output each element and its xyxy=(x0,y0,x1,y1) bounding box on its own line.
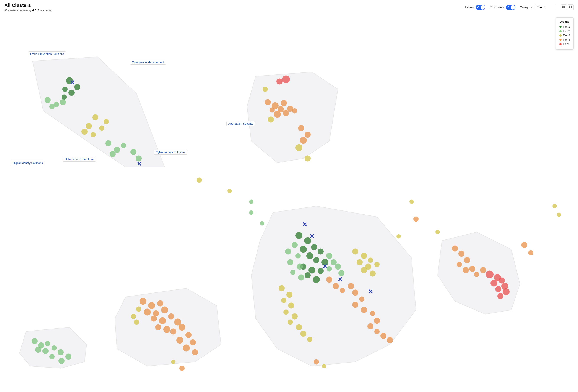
dot xyxy=(168,314,174,319)
legend-item-label: Tier 5 xyxy=(563,42,570,46)
customers-toggle-check: ✓ xyxy=(507,6,509,9)
dot xyxy=(503,288,510,295)
labels-toggle-check: ✓ xyxy=(477,6,479,9)
customers-toggle[interactable]: ✓ xyxy=(506,5,515,10)
centroid-x: × xyxy=(310,232,314,240)
dot xyxy=(326,253,332,259)
dot xyxy=(92,115,98,120)
dot xyxy=(326,277,332,283)
canvas-area[interactable]: × × xyxy=(0,14,578,390)
zoom-out-button[interactable] xyxy=(568,4,574,10)
dot xyxy=(359,297,364,302)
dot xyxy=(45,97,51,103)
dot xyxy=(295,144,302,151)
dot xyxy=(357,259,363,266)
dot xyxy=(276,78,283,85)
zoom-in-icon xyxy=(562,6,565,9)
dot xyxy=(45,341,50,346)
dot xyxy=(283,310,289,315)
dot xyxy=(367,323,374,329)
legend-dot xyxy=(559,30,562,32)
centroid-x: × xyxy=(137,159,142,168)
dot xyxy=(61,95,67,100)
dot xyxy=(292,108,297,114)
dot xyxy=(300,246,307,253)
dot xyxy=(313,257,319,263)
dot xyxy=(183,345,190,352)
category-control: Category: Tier ▼ xyxy=(520,4,556,10)
dot xyxy=(295,232,302,239)
header-right: Labels ✓ Customers ✓ Category: Tier ▼ xyxy=(465,4,574,10)
dot xyxy=(283,110,289,116)
dot xyxy=(130,149,137,155)
dot xyxy=(288,303,294,309)
dot xyxy=(287,259,293,266)
dot xyxy=(51,346,57,351)
dot xyxy=(144,309,151,316)
dot xyxy=(91,132,96,137)
compliance-management-polygon xyxy=(247,72,338,163)
dot xyxy=(291,314,298,319)
dot xyxy=(348,283,354,289)
dot xyxy=(352,290,358,296)
dot xyxy=(288,319,293,325)
dot xyxy=(121,143,126,148)
zoom-controls xyxy=(561,4,574,10)
dot xyxy=(352,249,358,255)
category-select-box[interactable]: Tier ▼ xyxy=(535,4,556,10)
labels-control: Labels ✓ xyxy=(465,5,485,10)
centroid-x: × xyxy=(323,262,327,271)
dot xyxy=(295,253,301,259)
dot xyxy=(457,262,462,267)
dot xyxy=(314,359,319,364)
dot xyxy=(281,100,287,106)
dot xyxy=(197,178,202,183)
dot xyxy=(463,267,469,273)
labels-toggle[interactable]: ✓ xyxy=(476,5,485,10)
dot xyxy=(306,252,313,259)
dot xyxy=(190,339,196,346)
dot xyxy=(374,262,380,267)
dot xyxy=(464,257,470,263)
dot xyxy=(335,264,341,270)
legend-dot xyxy=(559,34,562,37)
dot xyxy=(327,266,332,272)
dot xyxy=(134,319,139,325)
dot xyxy=(179,324,186,331)
dot xyxy=(300,137,307,144)
dot xyxy=(361,307,367,313)
zoom-in-button[interactable] xyxy=(561,4,567,10)
dot xyxy=(159,317,166,324)
dot xyxy=(151,316,157,322)
subtitle-prefix: 88 clusters containing xyxy=(4,9,32,12)
dot xyxy=(279,285,285,291)
legend-item: Tier 5 xyxy=(559,42,570,46)
dot xyxy=(435,230,440,234)
customers-label: Customers xyxy=(490,6,504,9)
dot xyxy=(374,329,380,334)
dot xyxy=(32,338,38,344)
dot xyxy=(86,123,92,129)
centroid-x: × xyxy=(70,78,75,87)
dot xyxy=(263,87,268,92)
legend-dot xyxy=(559,39,562,41)
dot xyxy=(298,125,304,131)
dot xyxy=(62,87,68,92)
dot xyxy=(370,311,375,316)
dot xyxy=(318,249,324,255)
dot xyxy=(270,108,275,113)
dot xyxy=(370,271,376,277)
dot xyxy=(495,286,501,292)
dot xyxy=(521,242,527,248)
dot xyxy=(497,293,503,299)
dot xyxy=(557,213,561,217)
dot xyxy=(340,288,345,293)
svg-line-1 xyxy=(564,8,565,9)
dot xyxy=(413,217,419,222)
legend-dot xyxy=(559,43,562,45)
legend-item: Tier 4 xyxy=(559,38,570,41)
dot xyxy=(474,272,479,277)
legend-item: Tier 2 xyxy=(559,29,570,33)
centroid-x: × xyxy=(338,275,342,284)
page-title: All Clusters xyxy=(4,2,51,8)
